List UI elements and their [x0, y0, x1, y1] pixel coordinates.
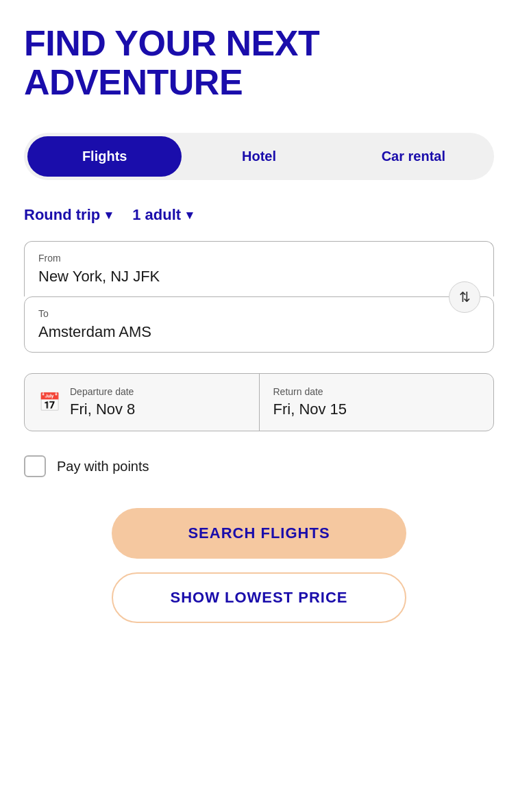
tab-bar: Flights Hotel Car rental	[24, 133, 494, 180]
swap-button[interactable]: ⇅	[449, 281, 480, 313]
from-value: New York, NJ JFK	[38, 268, 480, 286]
show-lowest-price-button[interactable]: SHOW LOWEST PRICE	[112, 572, 406, 623]
page-title: FIND YOUR NEXT ADVENTURE	[24, 24, 494, 102]
passengers-dropdown[interactable]: 1 adult ▾	[132, 206, 193, 224]
trip-type-dropdown[interactable]: Round trip ▾	[24, 206, 112, 224]
trip-type-label: Round trip	[24, 206, 100, 224]
swap-icon: ⇅	[459, 289, 471, 305]
return-value: Fri, Nov 15	[273, 401, 480, 418]
trip-type-chevron-icon: ▾	[106, 207, 112, 223]
departure-label: Departure date	[70, 386, 135, 397]
location-fields: From New York, NJ JFK To Amsterdam AMS ⇅	[24, 241, 494, 353]
from-field[interactable]: From New York, NJ JFK	[24, 241, 494, 296]
passengers-label: 1 adult	[132, 206, 181, 224]
return-date-field[interactable]: Return date Fri, Nov 15	[260, 374, 494, 431]
from-label: From	[38, 253, 480, 264]
filter-row: Round trip ▾ 1 adult ▾	[24, 206, 494, 224]
return-label: Return date	[273, 386, 480, 397]
date-row: 📅 Departure date Fri, Nov 8 Return date …	[24, 373, 494, 431]
to-field[interactable]: To Amsterdam AMS	[24, 296, 494, 353]
search-flights-button[interactable]: SEARCH FLIGHTS	[112, 508, 406, 559]
departure-date-field[interactable]: 📅 Departure date Fri, Nov 8	[25, 374, 260, 431]
tab-flights[interactable]: Flights	[27, 136, 182, 177]
pay-with-points-row: Pay with points	[24, 455, 494, 477]
pay-with-points-label: Pay with points	[57, 459, 149, 474]
tab-hotel[interactable]: Hotel	[182, 136, 336, 177]
departure-info: Departure date Fri, Nov 8	[70, 386, 135, 418]
calendar-icon: 📅	[38, 392, 60, 413]
to-value: Amsterdam AMS	[38, 323, 480, 341]
pay-with-points-checkbox[interactable]	[24, 455, 46, 477]
to-label: To	[38, 308, 480, 319]
passengers-chevron-icon: ▾	[186, 207, 193, 223]
departure-value: Fri, Nov 8	[70, 401, 135, 418]
tab-car-rental[interactable]: Car rental	[336, 136, 491, 177]
